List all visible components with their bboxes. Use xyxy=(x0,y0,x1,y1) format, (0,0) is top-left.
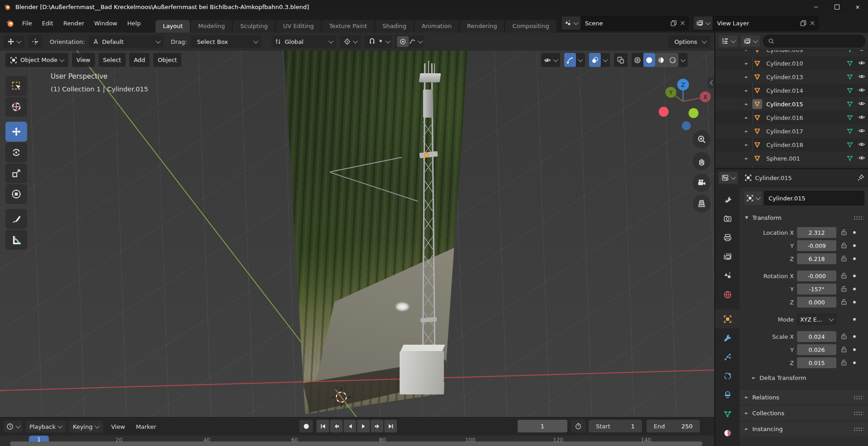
transform-orientation-dropdown[interactable]: Global xyxy=(271,35,336,48)
navigation-gizmo[interactable]: Z Y X xyxy=(655,72,713,131)
drag-dropdown[interactable]: Select Box xyxy=(191,35,261,48)
timeline-menu-view[interactable]: View xyxy=(106,423,131,430)
orientation-dropdown[interactable]: Default xyxy=(89,35,164,48)
cursor-tool-button[interactable] xyxy=(5,97,27,117)
workspace-tab-layout[interactable]: Layout xyxy=(156,20,190,33)
outliner-row-cylinder.014[interactable]: ►Cylinder.014 xyxy=(715,84,868,97)
object-name[interactable]: Cylinder.016 xyxy=(766,114,846,121)
falloff-curve-icon[interactable] xyxy=(409,38,416,45)
workspace-tab-compositing[interactable]: Compositing xyxy=(505,20,557,33)
object-name-field[interactable]: Cylinder.015 xyxy=(764,191,864,205)
delta-transform-panel[interactable]: ► Delta Transform xyxy=(740,372,868,384)
value-field[interactable]: -157° xyxy=(797,284,836,294)
options-dropdown[interactable]: Options xyxy=(668,35,710,48)
workspace-tab-rendering[interactable]: Rendering xyxy=(460,20,504,33)
scene-selector[interactable]: Scene xyxy=(561,16,689,30)
animate-dot[interactable] xyxy=(853,231,856,234)
hide-toggle[interactable] xyxy=(858,86,865,95)
expand-arrow-icon[interactable]: ► xyxy=(745,156,752,161)
properties-tab-modifiers[interactable] xyxy=(715,328,740,347)
menu-edit[interactable]: Edit xyxy=(37,20,58,27)
expand-arrow-icon[interactable]: ► xyxy=(745,88,752,93)
play-reverse-button[interactable] xyxy=(344,420,356,432)
animate-dot[interactable] xyxy=(853,335,856,338)
timeline-menu-keying[interactable]: Keying xyxy=(69,421,103,432)
value-field[interactable]: 0.024 xyxy=(797,331,836,342)
panel-drag-dots-icon[interactable] xyxy=(854,427,863,431)
panel-relations[interactable]: ►Relations xyxy=(740,389,868,405)
outliner-search[interactable] xyxy=(763,35,865,47)
pin-icon[interactable] xyxy=(857,174,864,181)
jump-to-start-button[interactable] xyxy=(316,420,329,432)
object-name[interactable]: Cylinder.013 xyxy=(766,74,846,81)
outliner-row-cylinder.009[interactable]: ►Cylinder.009 xyxy=(715,50,868,57)
properties-tab-render[interactable] xyxy=(715,209,740,228)
auto-keyframe-button[interactable] xyxy=(571,420,586,432)
rotate-tool-button[interactable] xyxy=(5,142,27,162)
animate-dot[interactable] xyxy=(853,244,856,247)
frame-end-field[interactable]: End250 xyxy=(646,420,700,432)
expand-arrow-icon[interactable]: ► xyxy=(745,61,752,66)
animate-dot[interactable] xyxy=(853,348,856,351)
expand-arrow-icon[interactable]: ► xyxy=(745,142,752,147)
animate-dot[interactable] xyxy=(853,275,856,277)
scene-browse-button[interactable] xyxy=(561,16,580,30)
hide-toggle[interactable] xyxy=(858,100,865,109)
value-field[interactable]: -0.000 xyxy=(797,270,836,281)
expand-arrow-icon[interactable]: ► xyxy=(745,129,752,133)
outliner-row-sphere.001[interactable]: ►Sphere.001 xyxy=(715,152,868,165)
concrete-base[interactable] xyxy=(400,351,444,394)
expand-arrow-icon[interactable]: ► xyxy=(745,102,752,106)
previous-keyframe-button[interactable] xyxy=(330,420,343,432)
scene-name[interactable]: Scene xyxy=(580,20,670,27)
shading-wireframe-button[interactable] xyxy=(632,53,643,67)
panel-instancing[interactable]: ►Instancing xyxy=(740,421,868,437)
mode-dropdown[interactable]: Object Mode xyxy=(5,53,68,67)
shading-material-button[interactable] xyxy=(655,53,667,67)
lock-icon[interactable] xyxy=(840,228,848,237)
properties-tab-output[interactable] xyxy=(715,228,740,247)
falloff-dropdown[interactable] xyxy=(418,38,423,43)
lock-icon[interactable] xyxy=(840,272,848,280)
select-box-button[interactable] xyxy=(5,76,27,96)
minimize-button[interactable]: ─ xyxy=(806,0,826,14)
shading-solid-button[interactable] xyxy=(643,53,655,67)
properties-editor-type-dropdown[interactable] xyxy=(719,172,738,184)
snap-toggle[interactable] xyxy=(366,36,378,47)
transform-panel-header[interactable]: ▼ Transform xyxy=(740,211,868,224)
snap-dropdown[interactable] xyxy=(385,38,390,43)
xray-toggle[interactable] xyxy=(614,53,627,67)
view-layer-browse-button[interactable] xyxy=(693,16,712,30)
expand-arrow-icon[interactable]: ► xyxy=(745,115,752,120)
menu-help[interactable]: Help xyxy=(123,20,146,27)
timeline-ruler[interactable]: 1 20406080100120140 xyxy=(0,436,714,446)
selectability-toggle[interactable] xyxy=(564,53,576,67)
pivot-point-dropdown[interactable] xyxy=(340,35,361,48)
frame-start-field[interactable]: Start1 xyxy=(589,420,642,432)
move-tool-button[interactable] xyxy=(5,122,27,142)
properties-tab-constraints[interactable] xyxy=(715,385,740,404)
viewport-menu-add[interactable]: Add xyxy=(129,53,150,67)
outliner-row-cylinder.015[interactable]: ►Cylinder.015 xyxy=(715,97,868,111)
outliner-row-cylinder.016[interactable]: ►Cylinder.016 xyxy=(715,111,868,124)
snap-settings-icon[interactable] xyxy=(378,38,383,45)
timeline-editor-type-dropdown[interactable] xyxy=(4,421,23,432)
jump-to-end-button[interactable] xyxy=(384,420,397,432)
sidebar-collapse-arrow[interactable] xyxy=(707,77,714,89)
workspace-tab-shading[interactable]: Shading xyxy=(375,20,414,33)
view-layer-name[interactable]: View Layer xyxy=(712,20,800,27)
annotate-tool-button[interactable] xyxy=(5,209,27,229)
lock-icon[interactable] xyxy=(840,346,848,354)
timeline-menu-marker[interactable]: Marker xyxy=(131,423,162,430)
play-button[interactable] xyxy=(357,420,370,432)
lock-icon[interactable] xyxy=(840,242,848,250)
hide-toggle[interactable] xyxy=(858,154,865,163)
object-name[interactable]: Cylinder.009 xyxy=(766,50,846,53)
transform-tool-button[interactable] xyxy=(5,184,27,204)
properties-tab-object[interactable] xyxy=(715,309,740,328)
record-button[interactable] xyxy=(299,420,313,432)
view-layer-selector[interactable]: View Layer xyxy=(693,16,818,30)
panel-drag-dots-icon[interactable] xyxy=(854,395,863,399)
show-gizmo-dropdown[interactable] xyxy=(541,53,560,67)
new-view-layer-icon[interactable] xyxy=(800,19,807,27)
